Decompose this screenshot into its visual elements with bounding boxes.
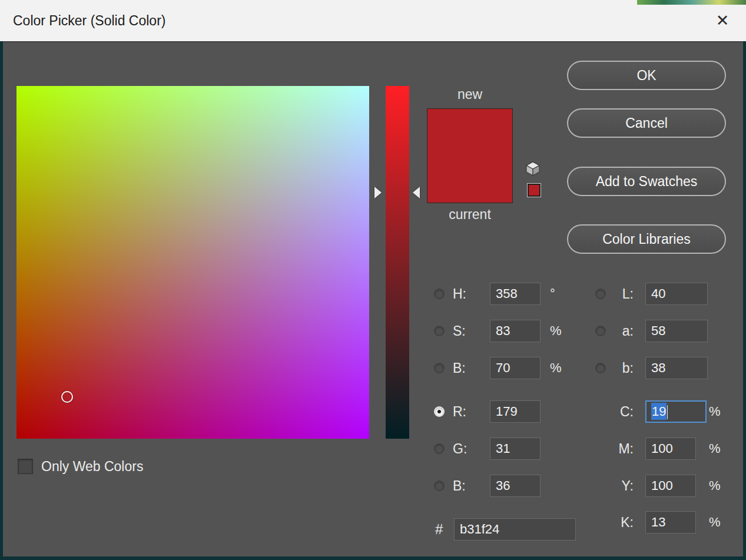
label-brightness: B: [453, 357, 466, 379]
unit-cyan: % [709, 400, 721, 423]
unit-black: % [709, 511, 721, 534]
current-swatch-label: current [427, 207, 513, 223]
input-black[interactable]: 13 [645, 511, 696, 534]
label-yellow: Y: [610, 475, 634, 497]
slider-handle-right-icon[interactable] [413, 187, 420, 198]
radio-saturation[interactable] [434, 326, 445, 336]
color-field-blue-gradient [16, 86, 369, 439]
selected-text: 19 [651, 403, 667, 420]
label-hex: # [435, 518, 443, 541]
swatch-current[interactable] [427, 156, 512, 203]
color-field-marker[interactable] [61, 391, 73, 403]
input-hex[interactable]: b31f24 [454, 518, 576, 541]
label-saturation: S: [453, 320, 466, 342]
swatch-new [427, 109, 512, 156]
slider-handle-left-icon[interactable] [374, 187, 382, 198]
input-magenta[interactable]: 100 [645, 438, 696, 460]
channel-slider[interactable] [386, 86, 409, 439]
input-lab-l[interactable]: 40 [645, 283, 708, 305]
label-blue: B: [453, 475, 466, 497]
input-brightness[interactable]: 70 [490, 357, 541, 379]
dialog-title: Color Picker (Solid Color) [13, 0, 165, 41]
radio-lab-b[interactable] [595, 363, 606, 373]
label-green: G: [453, 438, 467, 460]
unit-magenta: % [709, 438, 721, 460]
radio-red[interactable] [434, 406, 445, 417]
label-black: K: [610, 511, 634, 534]
color-field[interactable] [16, 86, 369, 439]
cancel-button[interactable]: Cancel [567, 108, 726, 138]
close-icon[interactable]: ✕ [709, 8, 735, 34]
background-image-peek [637, 0, 746, 5]
radio-blue[interactable] [434, 481, 445, 491]
only-web-colors-label[interactable]: Only Web Colors [41, 455, 143, 478]
input-red[interactable]: 179 [490, 400, 541, 423]
add-to-swatches-button[interactable]: Add to Swatches [567, 167, 726, 196]
label-magenta: M: [610, 438, 634, 460]
radio-lab-a[interactable] [595, 326, 606, 336]
web-color-cube-icon[interactable] [525, 160, 541, 179]
input-blue[interactable]: 36 [490, 475, 541, 497]
radio-brightness[interactable] [434, 363, 445, 373]
label-lab-l: L: [610, 283, 634, 305]
radio-hue[interactable] [434, 289, 445, 299]
only-web-colors-checkbox[interactable] [18, 459, 33, 474]
radio-green[interactable] [434, 443, 445, 454]
color-libraries-button[interactable]: Color Libraries [567, 224, 726, 254]
label-hue: H: [453, 283, 466, 305]
text-caret [667, 405, 668, 419]
unit-saturation: % [550, 320, 562, 342]
title-bar: Color Picker (Solid Color) [0, 0, 746, 41]
swatch-box [427, 108, 513, 203]
label-lab-b: b: [610, 357, 634, 379]
ok-button[interactable]: OK [567, 61, 726, 90]
input-saturation[interactable]: 83 [490, 320, 541, 342]
label-cyan: C: [610, 400, 634, 423]
web-color-warning-swatch[interactable] [528, 184, 541, 197]
input-lab-a[interactable]: 58 [645, 320, 708, 342]
color-picker-dialog: Color Picker (Solid Color) ✕ new current… [0, 0, 746, 560]
input-hue[interactable]: 358 [490, 283, 541, 305]
unit-brightness: % [550, 357, 562, 379]
radio-lab-l[interactable] [595, 289, 606, 299]
input-green[interactable]: 31 [490, 438, 541, 460]
unit-yellow: % [709, 475, 721, 497]
input-cyan[interactable]: 19 [645, 400, 707, 423]
label-red: R: [453, 400, 466, 423]
new-swatch-label: new [427, 87, 513, 102]
label-lab-a: a: [610, 320, 634, 342]
unit-hue: ° [550, 283, 555, 305]
input-yellow[interactable]: 100 [645, 475, 696, 497]
input-lab-b[interactable]: 38 [645, 357, 708, 379]
